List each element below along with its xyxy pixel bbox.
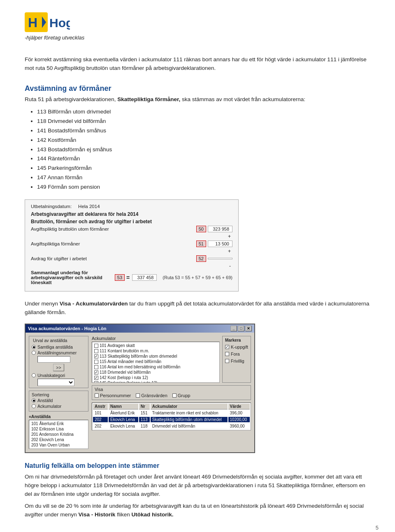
fb-row2-label: Avgiftspliktiga förmåner [31,241,195,246]
bullet-list-formaner: 113 Bilförmån utom drivmedel 118 Drivmed… [25,107,370,192]
under-menu-text: Under menyn Visa - Ackumulatorvärden tar… [25,300,370,317]
ack-cb-5[interactable] [94,365,98,369]
go-button[interactable]: >> [53,364,64,371]
dialog-minimize-button[interactable]: _ [230,326,237,331]
radio-urval[interactable] [32,373,36,377]
table-row[interactable]: 101 Åkerlund Erik 151 Traktamente inom r… [93,410,250,416]
ack-title: Ackumulator [92,336,220,341]
visa-personnr-label: Personnummer [100,393,131,398]
ack-item-4[interactable]: 115 Antal månader med bilförmån [93,359,218,364]
visa-grupp[interactable]: Grupp [172,393,191,398]
under-menu-bold: Visa - Ackumulatorvärden [60,301,128,307]
table-body: 101 Åkerlund Erik 151 Traktamente inom r… [93,410,250,429]
ack-list[interactable]: 101 Avdragen skatt 111 Kontant bruttolön… [92,342,220,383]
markera-kuppgift-label: K-uppgift [231,345,248,349]
anst-item-5[interactable]: 203 Van Oven Urban [30,442,87,448]
markera-fora-row[interactable]: Fora [225,352,248,356]
urval-group: Urval av anställda Samtliga anställda An… [29,336,88,388]
fb-summary-num: 53 [115,274,125,281]
sortering-group: Sortering Anställd Ackumulator [29,391,88,412]
radio-anst-row[interactable]: Anställd [32,398,86,403]
dialog-titlebar: Visa ackumulatorvärden - Hogia Lön _ □ ✕ [26,324,254,333]
dialog-title: Visa ackumulatorvärden - Hogia Lön [28,326,107,331]
radio-anst[interactable] [32,398,36,402]
ack-cb-3[interactable]: ✓ [94,354,98,359]
anst-item-4[interactable]: 202 Ekovich Lena [30,437,87,442]
markera-kuppgift-row[interactable]: ✓ K-uppgift [225,345,248,349]
visa-grupp-cb[interactable] [172,393,177,398]
anstallda-section: «Anställda 101 Åkerlund Erik 102 Eriksso… [29,414,88,449]
anst-item-2[interactable]: 102 Eriksson Lisa [30,426,87,432]
avst-intro-end: ska stämmas av mot värdet från ackumulat… [180,96,305,102]
ack-cb-2[interactable] [94,349,98,353]
radio-samtliga[interactable] [32,345,36,349]
ack-item-6[interactable]: ✓ 118 Drivmedel vid bilförmån [93,370,218,375]
logo-container: H Hogia -hjälper företag utvecklas [25,12,84,41]
ack-cb-6[interactable]: ✓ [94,370,98,375]
avst-bold: Skattepliktiga förmåner, [117,96,180,102]
radio-samtliga-row[interactable]: Samtliga anställda [32,345,86,349]
bullet-item-7: 145 Parkeringsförmån [37,164,370,173]
table-row[interactable]: 202 Ekovich Lena 113 Skattepliktig bilfö… [93,417,250,423]
dialog-restore-button[interactable]: □ [238,326,244,331]
ack-cb-8[interactable]: ✓ [94,381,98,383]
markera-kuppgift-cb[interactable]: ✓ [225,345,229,349]
ack-item-8[interactable]: ✓ 145 Parkering (belopp i ruta 12) [93,380,218,383]
dialog-close-button[interactable]: ✕ [245,326,252,331]
ack-item-2[interactable]: 111 Kontant bruttolön m.m. [93,348,218,354]
cell-nr-2: 113 [139,417,150,423]
visa-grupp-label: Grupp [178,393,191,398]
col-nr: Nr [139,404,150,409]
markera-fora-cb[interactable] [225,352,229,356]
section-heading-avst: Avstämning av förmåner [25,84,370,93]
radio-ackum-row[interactable]: Ackumulator [32,404,86,409]
dialog-body: Urval av anställda Samtliga anställda An… [26,333,254,452]
markera-fora-label: Fora [231,352,240,356]
table-row[interactable]: 202 Ekovich Lena 118 Drivmedel vid bilfö… [93,423,250,429]
anst-item-1[interactable]: 101 Åkerlund Erik [30,421,87,426]
natural-heading: Naturlig felkälla om beloppen inte stämm… [25,462,370,470]
dialog-left-panel: Urval av anställda Samtliga anställda An… [29,336,88,449]
dialog-right-panel: Ackumulator 101 Avdragen skatt 111 Konta… [92,336,251,449]
radio-anstnr[interactable] [32,351,36,355]
fb-row1-num: 50 [196,226,206,232]
ack-item-1[interactable]: 101 Avdragen skatt [93,343,218,348]
visa-gransvarden-label: Gränsvärden [141,393,167,398]
cell-nr-1: 151 [139,410,150,416]
radio-urval-row[interactable]: Urvalskategori [32,373,86,378]
radio-anstnr-row[interactable]: Anställningsnummer [32,350,86,355]
avst-body-text: Ruta 51 på arbetsgivardeklarationen, Ska… [25,95,370,104]
header: H Hogia -hjälper företag utvecklas [25,12,370,41]
radio-ackum[interactable] [32,404,36,408]
ack-cb-4[interactable] [94,360,98,364]
bullet-item-1: 113 Bilförmån utom drivmedel [37,107,370,117]
form-box: Utbetalningsdatum: Hela 2014 Arbetsgivar… [25,199,239,291]
anstnr-input[interactable] [37,356,70,363]
table-header-row: Anstr Namn Nr Ackumulator Värde [93,404,250,409]
fb-row3: Avdrag för utgifter i arbetet 52 [31,255,232,262]
fb-row2: Avgiftspliktiga förmåner 51 13 500 [31,241,232,247]
ack-cb-7[interactable]: ✓ [94,376,98,380]
ack-item-3[interactable]: ✓ 113 Skattepliktig bilförmån utom drivm… [93,354,218,359]
cell-varde-2: 10200,00 [228,417,250,423]
fb-row2-num: 51 [196,241,206,247]
dialog-screenshot: Visa ackumulatorvärden - Hogia Lön _ □ ✕… [25,324,255,453]
markera-group: Markera ✓ K-uppgift Fora Frivillig [222,336,251,383]
ack-item-5[interactable]: 116 Antal km med bilersättning vid bilfö… [93,364,218,370]
anstallda-list[interactable]: 101 Åkerlund Erik 102 Eriksson Lisa 201 … [29,420,88,449]
col-namn: Namn [109,404,138,409]
result-table: Anstr Namn Nr Ackumulator Värde 101 Åker… [92,402,251,430]
visa-gransvarden-cb[interactable] [136,393,140,398]
visa-personnr-cb[interactable] [95,393,99,398]
anstallda-header: «Anställda [29,414,88,419]
urval-select[interactable] [37,379,74,386]
radio-anst-label: Anställd [37,398,53,403]
ack-cb-1[interactable] [94,344,98,348]
markera-frivillig-cb[interactable] [225,359,229,363]
ack-item-7[interactable]: ✓ 142 Kost (belopp i ruta 12) [93,375,218,380]
visa-personnr[interactable]: Personnummer [95,393,131,398]
bullet-item-3: 141 Bostadsförmån småhus [37,126,370,136]
anst-item-3[interactable]: 201 Andersson Kristina [30,432,87,437]
visa-gransvarden[interactable]: Gränsvärden [136,393,167,398]
markera-frivillig-row[interactable]: Frivillig [225,359,248,363]
